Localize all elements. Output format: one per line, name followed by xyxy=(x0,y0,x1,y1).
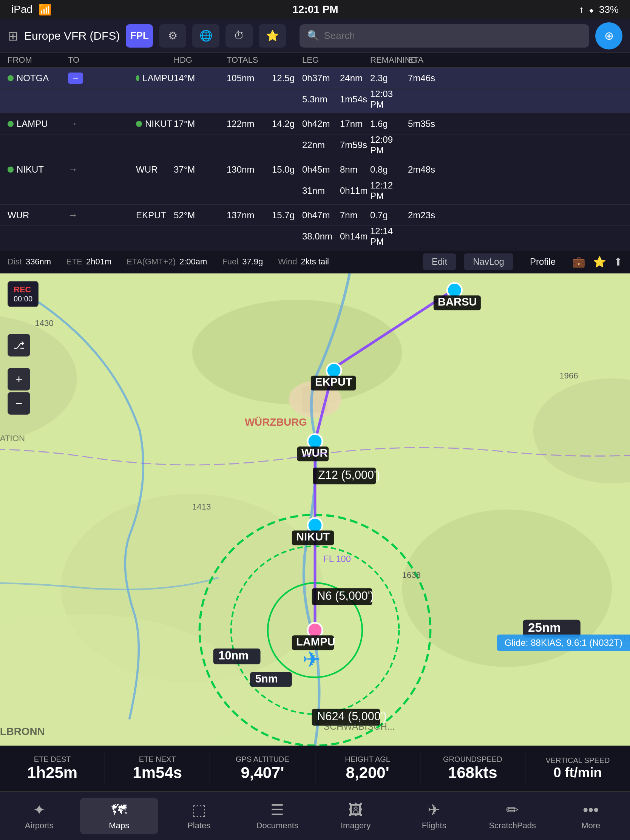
nav-more[interactable]: ••• More xyxy=(552,798,630,834)
table-row-ext: 38.0nm 0h14m 12:14 PM xyxy=(0,226,630,250)
profile-button[interactable]: Profile xyxy=(521,253,565,270)
nav-imagery[interactable]: 🖼 Imagery xyxy=(316,798,395,834)
telem-vspeed-value: 0 ft/min xyxy=(553,765,602,781)
table-row[interactable]: LAMPU → NIKUT 17°M 122nm 14.2g 0h42m 17n… xyxy=(0,113,630,134)
navlog-button[interactable]: NavLog xyxy=(464,253,513,270)
fuel-label: Fuel xyxy=(222,257,238,267)
svg-text:SCHWABISCH...: SCHWABISCH... xyxy=(323,721,395,732)
star-clock-button[interactable]: ⭐ xyxy=(259,24,286,47)
cell-totals-nm: 122nm xyxy=(227,118,272,129)
settings-button[interactable]: ⚙ xyxy=(159,24,186,47)
fuel-value: 37.9g xyxy=(242,257,263,267)
share-button[interactable]: ⬆ xyxy=(614,256,622,268)
cell-leg-fuel: 2.3g xyxy=(370,73,408,84)
fp-table-header: FROM TO HDG TOTALS LEG REMAINING ETA xyxy=(0,53,630,68)
wp-dot xyxy=(136,75,139,81)
svg-text:1430: 1430 xyxy=(35,318,53,328)
svg-text:HEILBRONN: HEILBRONN xyxy=(0,726,45,737)
dist-info: Dist 336nm xyxy=(8,257,51,267)
cell-arrow: → xyxy=(68,164,136,175)
flight-plan-table: FROM TO HDG TOTALS LEG REMAINING ETA NOT… xyxy=(0,53,630,250)
cell-totals-nm: 105nm xyxy=(227,73,272,84)
map-container[interactable]: Z12 (5,000') N6 (5,000') N624 (5,000') B… xyxy=(0,273,630,745)
nav-plates-label: Plates xyxy=(187,821,210,831)
wp-arrow-plain: → xyxy=(68,164,78,175)
col-totals2 xyxy=(272,55,302,65)
zoom-in-button[interactable]: + xyxy=(8,368,30,390)
wp-arrow-plain: → xyxy=(68,209,78,221)
more-icon: ••• xyxy=(583,802,598,818)
cell-leg-time: 7m46s xyxy=(408,73,453,84)
toolbar: ⊞ Europe VFR (DFS) FPL ⚙ 🌐 ⏱ ⭐ 🔍 ⊕ xyxy=(0,19,630,53)
cell-totals-fuel: 15.0g xyxy=(272,164,302,175)
bottom-nav: ✦ Airports 🗺 Maps ⬚ Plates ☰ Documents 🖼… xyxy=(0,791,630,840)
cell-leg-time: 2m23s xyxy=(408,210,453,221)
nav-plates[interactable]: ⬚ Plates xyxy=(160,797,238,834)
nav-scratchpads[interactable]: ✏ ScratchPads xyxy=(473,797,552,834)
cell-leg-fuel: 1.6g xyxy=(370,118,408,129)
cell-leg-fuel: 0.7g xyxy=(370,210,408,221)
wp-arrow-plain: → xyxy=(68,118,78,129)
search-bar: 🔍 xyxy=(300,24,589,47)
cell-to: WUR xyxy=(136,164,174,175)
wp-dot xyxy=(8,75,14,81)
nav-flights[interactable]: ✈ Flights xyxy=(395,797,474,834)
cell-leg-fuel: 0.8g xyxy=(370,164,408,175)
edit-button[interactable]: Edit xyxy=(423,253,456,270)
col-leg2 xyxy=(340,55,370,65)
telem-ete-dest-label: ETE Dest xyxy=(34,755,71,764)
cell-rem-nm: 31nm xyxy=(302,185,340,196)
telem-height-agl-label: Height AGL xyxy=(345,755,390,764)
nav-imagery-label: Imagery xyxy=(341,821,371,831)
table-row[interactable]: WUR → EKPUT 52°M 137nm 15.7g 0h47m 7nm 0… xyxy=(0,205,630,226)
briefcase-icon-button[interactable]: 💼 xyxy=(572,256,586,268)
star-button[interactable]: ⭐ xyxy=(593,256,606,268)
cell-eta: 12:14 PM xyxy=(370,226,408,247)
cell-rem-nm: 5.3nm xyxy=(302,94,340,105)
route-icon: ⎇ xyxy=(13,339,25,351)
fpl-button[interactable]: FPL xyxy=(126,24,153,47)
plates-icon: ⬚ xyxy=(192,801,206,818)
nav-documents[interactable]: ☰ Documents xyxy=(238,797,317,834)
cell-to: EKPUT xyxy=(136,210,174,221)
telem-height-agl-value: 8,200' xyxy=(346,764,389,782)
flights-icon: ✈ xyxy=(428,801,441,818)
zoom-out-button[interactable]: − xyxy=(8,392,30,415)
nav-airports[interactable]: ✦ Airports xyxy=(0,797,79,834)
svg-text:N6 (5,000'): N6 (5,000') xyxy=(317,589,374,602)
cell-from: WUR xyxy=(8,210,68,221)
telem-groundspeed-value: 168kts xyxy=(448,764,497,782)
nav-scratchpads-label: ScratchPads xyxy=(489,821,536,831)
maps-icon: 🗺 xyxy=(111,802,126,818)
location-button[interactable]: ⊕ xyxy=(595,22,622,49)
fp-actions: Edit NavLog Profile 💼 ⭐ ⬆ xyxy=(423,253,622,270)
nav-maps[interactable]: 🗺 Maps xyxy=(80,798,159,834)
clock-button[interactable]: ⏱ xyxy=(226,24,253,47)
telem-groundspeed: Groundspeed 168kts xyxy=(420,752,525,785)
table-row-ext: 5.3nm 1m54s 12:03 PM xyxy=(0,89,630,113)
route-icon-button[interactable]: ⎇ xyxy=(8,334,30,357)
globe-button[interactable]: 🌐 xyxy=(192,24,219,47)
cell-totals-nm: 130nm xyxy=(227,164,272,175)
cell-rem-time: 1m54s xyxy=(340,94,370,105)
telem-vspeed: Vertical Speed 0 ft/min xyxy=(525,753,630,784)
eta-gmt-value: 2:00am xyxy=(179,257,207,267)
cell-totals-fuel: 14.2g xyxy=(272,118,302,129)
table-row[interactable]: NIKUT → WUR 37°M 130nm 15.0g 0h45m 8nm 0… xyxy=(0,159,630,180)
star-clock-icon: ⭐ xyxy=(266,30,279,42)
nav-more-label: More xyxy=(581,821,600,831)
cell-dest: LAMPU xyxy=(136,73,174,84)
table-row[interactable]: NOTGA → LAMPU 14°M 105nm 12.5g 0h37m 24n… xyxy=(0,68,630,89)
cell-hdg: 37°M xyxy=(174,164,227,175)
telem-ete-next: ETE Next 1m54s xyxy=(105,752,210,785)
crosshair-icon: ⊕ xyxy=(604,29,614,42)
search-input[interactable] xyxy=(324,30,582,41)
rec-indicator: REC 00:00 xyxy=(8,281,38,307)
telem-ete-next-value: 1m54s xyxy=(133,764,182,782)
settings-icon: ⚙ xyxy=(168,30,177,42)
cell-leg-time: 2m48s xyxy=(408,164,453,175)
cell-rem-time: 7m59s xyxy=(340,140,370,150)
col-leg: LEG xyxy=(302,55,340,65)
svg-text:25nm: 25nm xyxy=(528,621,561,635)
cell-totals-fuel: 12.5g xyxy=(272,73,302,84)
